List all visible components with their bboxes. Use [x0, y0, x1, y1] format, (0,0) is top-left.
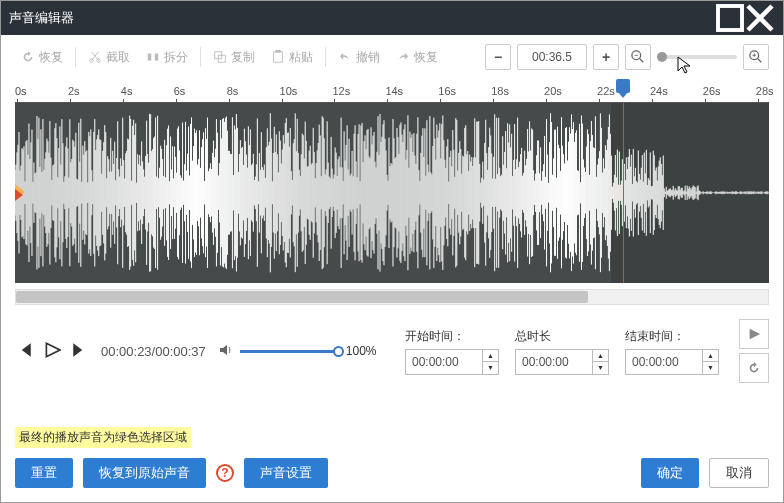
- scrollbar-thumb[interactable]: [16, 291, 588, 303]
- redo-button[interactable]: 恢复: [390, 45, 444, 70]
- ruler-tick: 10s: [280, 85, 298, 97]
- zoom-out-magnifier[interactable]: [625, 44, 651, 70]
- prev-frame-button[interactable]: [15, 341, 33, 362]
- svg-rect-7: [274, 52, 283, 63]
- loop-button[interactable]: [739, 353, 769, 383]
- paste-button[interactable]: 粘贴: [265, 45, 319, 70]
- title-bar: 声音编辑器: [1, 1, 783, 35]
- ruler-tick: 24s: [650, 85, 668, 97]
- end-time-label: 结束时间：: [625, 328, 719, 345]
- maximize-button[interactable]: [715, 8, 745, 28]
- zoom-in-magnifier[interactable]: [743, 44, 769, 70]
- volume-icon[interactable]: [218, 342, 234, 361]
- undo-button[interactable]: 撤销: [332, 45, 386, 70]
- svg-rect-4: [155, 54, 159, 61]
- playhead-line[interactable]: [623, 103, 624, 283]
- waveform: [15, 103, 769, 283]
- play-button[interactable]: [43, 341, 61, 362]
- zoom-slider[interactable]: [657, 55, 737, 59]
- ruler-tick: 2s: [68, 85, 80, 97]
- time-ruler[interactable]: 0s2s4s6s8s10s12s14s16s18s20s22s24s26s28s: [15, 79, 769, 103]
- start-time-label: 开始时间：: [405, 328, 499, 345]
- ruler-tick: 22s: [597, 85, 615, 97]
- end-up[interactable]: ▲: [703, 350, 718, 362]
- end-down[interactable]: ▼: [703, 362, 718, 374]
- close-button[interactable]: [745, 8, 775, 28]
- sound-settings-button[interactable]: 声音设置: [244, 458, 328, 488]
- ruler-tick: 26s: [703, 85, 721, 97]
- end-time-input[interactable]: [625, 349, 703, 375]
- cut-button[interactable]: 截取: [82, 45, 136, 70]
- start-up[interactable]: ▲: [483, 350, 498, 362]
- playback-position: 00:00:23/00:00:37: [101, 344, 206, 359]
- ruler-tick: 14s: [385, 85, 403, 97]
- dur-up[interactable]: ▲: [593, 350, 608, 362]
- help-icon[interactable]: ?: [216, 464, 234, 482]
- toolbar: 恢复 截取 拆分 复制 粘贴 撤销 恢复 − 00:36.5 +: [1, 35, 783, 79]
- zoom-in-button[interactable]: +: [593, 44, 619, 70]
- duration-input[interactable]: [515, 349, 593, 375]
- ruler-tick: 4s: [121, 85, 133, 97]
- svg-rect-3: [148, 54, 152, 61]
- zoom-out-button[interactable]: −: [485, 44, 511, 70]
- duration-label: 总时长: [515, 328, 609, 345]
- ruler-tick: 6s: [174, 85, 186, 97]
- svg-rect-0: [718, 6, 742, 30]
- ruler-tick: 8s: [227, 85, 239, 97]
- dur-down[interactable]: ▼: [593, 362, 608, 374]
- ok-button[interactable]: 确定: [641, 458, 699, 488]
- cancel-button[interactable]: 取消: [709, 458, 769, 488]
- ruler-tick: 20s: [544, 85, 562, 97]
- start-down[interactable]: ▼: [483, 362, 498, 374]
- time-display: 00:36.5: [517, 44, 587, 70]
- ruler-tick: 0s: [15, 85, 27, 97]
- play-selection-button[interactable]: [739, 319, 769, 349]
- ruler-tick: 28s: [756, 85, 774, 97]
- restore-original-button[interactable]: 恢复到原始声音: [83, 458, 206, 488]
- restore-button[interactable]: 恢复: [15, 45, 69, 70]
- ruler-tick: 16s: [438, 85, 456, 97]
- window-title: 声音编辑器: [9, 9, 715, 27]
- svg-rect-8: [275, 50, 280, 53]
- range-start-handle-inner[interactable]: [15, 189, 23, 201]
- volume-percent: 100%: [346, 344, 377, 358]
- ruler-tick: 18s: [491, 85, 509, 97]
- split-button[interactable]: 拆分: [140, 45, 194, 70]
- next-frame-button[interactable]: [71, 341, 89, 362]
- volume-slider[interactable]: [240, 350, 340, 353]
- start-time-input[interactable]: [405, 349, 483, 375]
- waveform-area[interactable]: [15, 103, 769, 283]
- horizontal-scrollbar[interactable]: [15, 289, 769, 305]
- reset-button[interactable]: 重置: [15, 458, 73, 488]
- copy-button[interactable]: 复制: [207, 45, 261, 70]
- hint-text: 最终的播放声音为绿色选择区域: [15, 427, 191, 448]
- playhead-marker[interactable]: [616, 79, 630, 93]
- ruler-tick: 12s: [332, 85, 350, 97]
